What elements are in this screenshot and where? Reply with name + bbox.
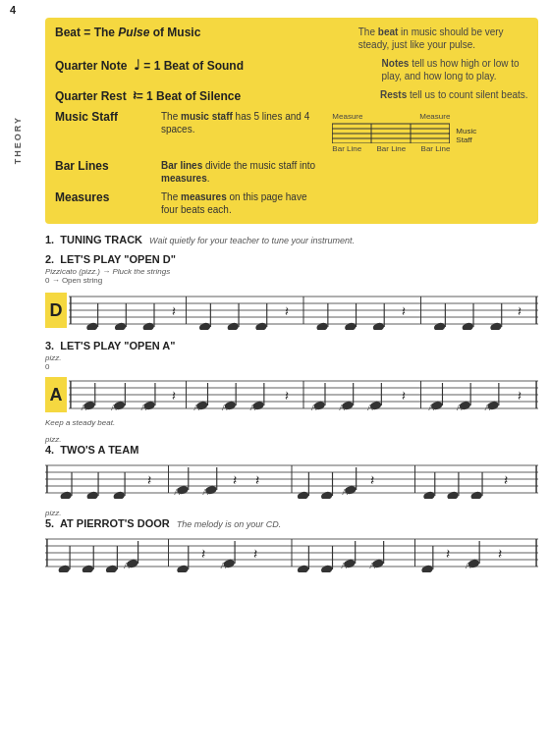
section-5-staff-row: A 𝄽 A 𝄽 A A 𝄽 A — [45, 531, 538, 574]
svg-text:𝄽: 𝄽 — [402, 306, 406, 316]
svg-text:𝄽: 𝄽 — [498, 549, 502, 559]
svg-text:𝄽: 𝄽 — [504, 475, 508, 485]
section-2-pizz-label: Pizzicato (pizz.) → Pluck the strings — [45, 267, 538, 276]
svg-text:𝄽: 𝄽 — [402, 391, 406, 401]
theory-section: Beat = The Pulse of Music The beat in mu… — [45, 18, 538, 224]
svg-point-148 — [58, 565, 71, 572]
svg-point-22 — [114, 322, 127, 330]
svg-text:𝄽: 𝄽 — [172, 391, 176, 401]
music-staff-arrow-label: MusicStaff — [456, 128, 476, 145]
svg-text:𝄽: 𝄽 — [518, 391, 522, 401]
bar-lines-term: Bar Lines — [55, 159, 153, 173]
svg-text:𝄽: 𝄽 — [285, 306, 289, 316]
section-4: pizz. 4. TWO'S A TEAM — [45, 435, 538, 456]
svg-point-166 — [320, 565, 333, 572]
svg-text:𝄽: 𝄽 — [285, 391, 289, 401]
svg-text:𝄽: 𝄽 — [518, 306, 522, 316]
svg-point-27 — [198, 322, 211, 330]
theory-label: THEORY — [13, 116, 23, 164]
section-2-staff-svg: 𝄽 𝄽 𝄽 — [69, 289, 538, 330]
section-1-title: 1. TUNING TRACK Wait quietly for your te… — [45, 234, 538, 245]
section-5-pizz: pizz. — [45, 509, 538, 517]
section-2-staff: 𝄽 𝄽 𝄽 — [69, 289, 538, 332]
music-staff-term: Music Staff — [55, 110, 153, 124]
quarter-note-desc: Notes tell us how high or low to play, a… — [382, 57, 528, 82]
svg-text:𝄽: 𝄽 — [370, 475, 374, 485]
svg-point-157 — [176, 565, 189, 572]
svg-point-131 — [422, 491, 435, 499]
section-5-subtitle: The melody is on your CD. — [177, 519, 282, 529]
svg-point-133 — [447, 491, 460, 499]
section-2-number: 2. — [45, 253, 54, 265]
section-2-title: 2. LET'S PLAY "OPEN D" — [45, 253, 538, 265]
theory-row-quarter-rest: Quarter Rest 𝄽 = 1 Beat of Silence Rests… — [55, 88, 528, 104]
section-3-pizz: pizz. — [45, 353, 538, 362]
svg-text:𝄽: 𝄽 — [147, 475, 151, 485]
measure-label-1: Measure — [332, 112, 362, 121]
svg-point-20 — [85, 322, 98, 330]
section-2: 2. LET'S PLAY "OPEN D" Pizzicato (pizz.)… — [45, 253, 538, 285]
barline-label-1: Bar Line — [332, 144, 361, 153]
section-3-staff-svg: A A A 𝄽 A A A 𝄽 — [69, 373, 538, 414]
svg-text:𝄽: 𝄽 — [201, 549, 205, 559]
barline-label-3: Bar Line — [421, 144, 451, 153]
svg-text:𝄽: 𝄽 — [233, 475, 237, 485]
section-5-number: 5. — [45, 517, 54, 529]
section-3-staff-row: A A A A — [45, 373, 538, 416]
svg-point-174 — [420, 565, 433, 572]
section-2-open-string: 0 → Open string — [45, 276, 538, 285]
section-5: pizz. 5. AT PIERROT'S DOOR The melody is… — [45, 509, 538, 529]
section-3-number: 3. — [45, 340, 54, 351]
svg-point-45 — [489, 322, 502, 330]
theory-sidebar: THEORY — [10, 37, 26, 243]
svg-point-125 — [320, 491, 333, 499]
theory-row-measures: Measures The measures on this page have … — [55, 190, 528, 216]
staff-lines-svg — [332, 122, 450, 143]
measures-def: The measures on this page have four beat… — [161, 190, 324, 216]
svg-point-41 — [433, 322, 446, 330]
section-4-title: 4. TWO'S A TEAM — [45, 444, 538, 456]
svg-text:𝄽: 𝄽 — [255, 475, 259, 485]
svg-point-43 — [462, 322, 474, 330]
svg-point-152 — [105, 565, 118, 572]
section-3-open: 0 — [45, 362, 538, 371]
svg-point-150 — [82, 565, 94, 572]
theory-row-bar-lines: Bar Lines Bar lines divide the music sta… — [55, 159, 528, 185]
section-5-title: 5. AT PIERROT'S DOOR The melody is on yo… — [45, 517, 538, 529]
quarter-rest-desc: Rests tell us to count silent beats. — [380, 88, 528, 101]
section-5-staff-svg: A 𝄽 A 𝄽 A A 𝄽 A — [45, 531, 538, 572]
bar-lines-def: Bar lines divide the music staff into me… — [161, 159, 324, 185]
svg-point-31 — [254, 322, 267, 330]
svg-point-36 — [344, 322, 357, 330]
beat-desc: The beat in music should be very steady,… — [358, 26, 528, 51]
svg-point-34 — [316, 322, 329, 330]
theory-row-quarter-note: Quarter Note ♩ = 1 Beat of Sound Notes t… — [55, 57, 528, 82]
svg-point-38 — [372, 322, 385, 330]
svg-point-112 — [113, 491, 126, 499]
section-1-number: 1. — [45, 234, 54, 245]
measures-term: Measures — [55, 190, 153, 204]
svg-point-110 — [86, 491, 99, 499]
music-staff-def: The music staff has 5 lines and 4 spaces… — [161, 110, 324, 135]
svg-point-24 — [142, 322, 155, 330]
section-3-letter-box: A — [45, 377, 67, 412]
staff-diagram: Measure Measure — [332, 110, 528, 153]
section-3-staff: A A A 𝄽 A A A 𝄽 — [69, 373, 538, 416]
section-4-number: 4. — [45, 444, 54, 456]
theory-row-beat: Beat = The Pulse of Music The beat in mu… — [55, 26, 528, 51]
svg-text:𝄽: 𝄽 — [253, 549, 257, 559]
section-4-pizz: pizz. — [45, 435, 538, 444]
section-3: 3. LET'S PLAY "OPEN A" pizz. 0 — [45, 340, 538, 371]
section-4-staff-svg: 𝄽 A A 𝄽 𝄽 A 𝄽 𝄽 — [45, 458, 538, 499]
section-2-letter-box: D — [45, 293, 67, 328]
measure-label-2: Measure — [419, 112, 450, 121]
section-4-staff-row: 𝄽 A A 𝄽 𝄽 A 𝄽 𝄽 — [45, 458, 538, 501]
keep-steady-label: Keep a steady beat. — [45, 418, 538, 427]
section-2-staff-row: D — [45, 289, 538, 332]
quarter-rest-term: Quarter Rest 𝄽 = 1 Beat of Silence — [55, 88, 241, 104]
svg-point-135 — [470, 491, 483, 499]
svg-text:𝄽: 𝄽 — [172, 306, 176, 316]
svg-point-164 — [297, 565, 309, 572]
page-number: 4 — [10, 4, 16, 16]
quarter-note-term: Quarter Note ♩ = 1 Beat of Sound — [55, 57, 244, 73]
